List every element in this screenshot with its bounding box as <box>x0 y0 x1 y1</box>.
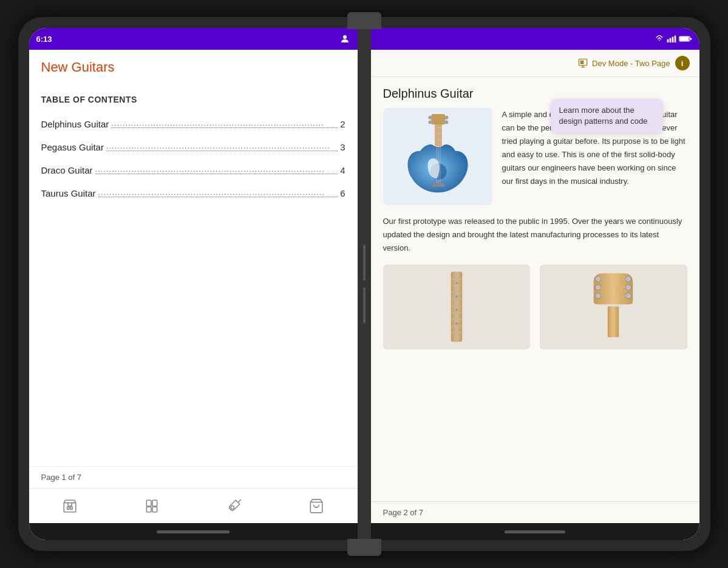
home-indicator-right <box>371 523 699 540</box>
blue-guitar-svg <box>398 113 477 201</box>
right-page-info: Page 2 of 7 <box>383 508 424 517</box>
right-header: Dev Mode - Two Page i <box>371 50 699 77</box>
svg-rect-14 <box>672 37 673 42</box>
svg-rect-33 <box>432 183 444 187</box>
right-page-footer: Page 2 of 7 <box>371 501 699 523</box>
svg-rect-20 <box>580 61 582 62</box>
guitar-neck-svg <box>438 271 475 343</box>
info-button[interactable]: i <box>675 56 690 70</box>
status-icons <box>339 33 350 44</box>
svg-point-55 <box>455 322 458 325</box>
svg-line-10 <box>238 501 239 502</box>
signal-icon <box>667 35 676 42</box>
info-icon: i <box>681 59 684 68</box>
toc-label-3: Draco Guitar <box>41 165 93 175</box>
store-icon <box>62 498 78 514</box>
toc-heading: TABLE OF CONTENTS <box>41 95 345 104</box>
left-page-info: Page 1 of 7 <box>41 473 82 482</box>
svg-point-53 <box>455 296 458 298</box>
screen-right: Dev Mode - Two Page i Learn more about t… <box>371 28 699 540</box>
app-bar: New Guitars <box>29 50 358 83</box>
app-title: New Guitars <box>41 59 345 75</box>
svg-point-27 <box>444 115 448 119</box>
guitar-images-row <box>383 265 687 350</box>
svg-rect-12 <box>667 39 668 42</box>
toc-item[interactable]: Pegasus Guitar .........................… <box>41 142 345 153</box>
toc-page-3: 4 <box>340 165 345 175</box>
svg-point-52 <box>455 282 458 285</box>
hinge-bottom <box>347 539 381 556</box>
home-indicator-left <box>29 523 358 540</box>
device: 6:13 New Guitars TABLE OF CONTENTS <box>18 17 710 551</box>
guitar-neck-image <box>383 265 531 350</box>
svg-rect-7 <box>152 507 157 512</box>
nav-store[interactable] <box>62 498 78 514</box>
dev-mode-button[interactable]: Dev Mode - Two Page <box>577 58 670 69</box>
guitar-prototype-text: Our first prototype was released to the … <box>383 215 687 255</box>
svg-rect-3 <box>70 507 72 509</box>
right-main-content: Learn more about the design patterns and… <box>371 77 699 501</box>
svg-rect-63 <box>608 306 619 337</box>
user-icon <box>339 33 350 44</box>
guitar-headstock-svg <box>586 271 641 343</box>
svg-rect-21 <box>582 61 583 62</box>
hinge-top <box>347 12 381 29</box>
svg-point-54 <box>455 309 458 311</box>
guitar-icon <box>226 498 242 514</box>
guitar-main-image <box>383 108 492 205</box>
toc-content: TABLE OF CONTENTS Delphinus Guitar .....… <box>29 83 358 466</box>
home-bar-left <box>157 530 230 533</box>
svg-rect-6 <box>147 507 152 512</box>
toc-dots-3: ........................................… <box>95 163 338 174</box>
dev-mode-icon <box>577 58 588 69</box>
nav-guitar[interactable] <box>226 498 242 514</box>
status-bar-right <box>371 28 699 50</box>
bottom-nav <box>29 488 358 523</box>
home-bar-right <box>505 530 565 533</box>
hinge-divider <box>358 28 371 540</box>
svg-point-0 <box>343 35 347 39</box>
tooltip-bubble: Learn more about the design patterns and… <box>551 99 663 133</box>
svg-rect-22 <box>580 63 583 64</box>
time-display: 6:13 <box>36 35 52 44</box>
screen-left: 6:13 New Guitars TABLE OF CONTENTS <box>29 28 358 540</box>
nav-cart[interactable] <box>308 498 324 514</box>
nav-catalog[interactable] <box>144 498 160 514</box>
toc-label-1: Delphinus Guitar <box>41 119 109 129</box>
cart-icon <box>308 498 324 514</box>
svg-rect-18 <box>690 38 692 39</box>
svg-rect-17 <box>679 37 689 41</box>
toc-page-1: 2 <box>340 119 345 129</box>
toc-dots-2: ........................................… <box>106 140 338 151</box>
toc-label-4: Taurus Guitar <box>41 188 96 198</box>
toc-page-4: 6 <box>340 188 345 198</box>
toc-dots-1: ........................................… <box>111 117 338 128</box>
svg-point-8 <box>231 505 234 509</box>
tooltip-text: Learn more about the design patterns and… <box>559 106 648 126</box>
svg-rect-2 <box>67 507 69 509</box>
svg-rect-4 <box>147 500 152 506</box>
toc-label-2: Pegasus Guitar <box>41 142 104 152</box>
svg-rect-13 <box>669 38 671 42</box>
svg-point-25 <box>428 115 432 119</box>
battery-icon <box>679 35 692 42</box>
svg-rect-24 <box>431 113 445 124</box>
svg-rect-1 <box>64 502 76 512</box>
toc-dots-4: ........................................… <box>98 186 338 197</box>
wifi-icon <box>655 35 664 42</box>
svg-point-26 <box>428 120 432 124</box>
status-bar-left: 6:13 <box>29 28 358 50</box>
catalog-icon <box>144 498 160 514</box>
svg-line-9 <box>239 499 240 501</box>
toc-item[interactable]: Draco Guitar ...........................… <box>41 165 345 176</box>
guitar-headstock-image <box>540 265 687 350</box>
toc-item[interactable]: Delphinus Guitar .......................… <box>41 119 345 130</box>
svg-rect-19 <box>579 59 587 66</box>
svg-rect-15 <box>674 36 676 42</box>
svg-rect-62 <box>605 305 622 307</box>
dev-mode-label: Dev Mode - Two Page <box>592 59 670 68</box>
left-page-footer: Page 1 of 7 <box>29 466 358 488</box>
toc-page-2: 3 <box>340 142 345 152</box>
toc-item[interactable]: Taurus Guitar ..........................… <box>41 188 345 199</box>
svg-point-28 <box>444 120 448 124</box>
